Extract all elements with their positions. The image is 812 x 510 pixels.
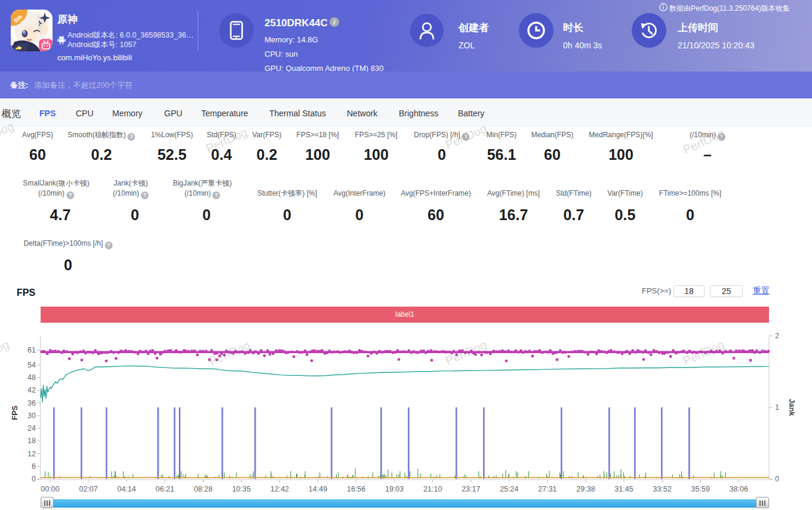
svg-text:23:17: 23:17 [462,485,480,493]
svg-text:33:52: 33:52 [653,485,671,493]
svg-text:00:00: 00:00 [41,485,59,493]
svg-text:30: 30 [27,412,36,420]
svg-text:08:28: 08:28 [194,485,213,493]
svg-text:06:21: 06:21 [156,485,174,493]
svg-text:38:06: 38:06 [730,485,748,493]
svg-text:1: 1 [775,403,779,412]
svg-text:FPS: FPS [11,406,19,420]
svg-text:10:35: 10:35 [232,485,251,493]
svg-text:19:03: 19:03 [385,485,404,493]
svg-text:21:10: 21:10 [423,485,442,493]
svg-text:61: 61 [27,346,36,354]
svg-text:Jank: Jank [788,399,796,416]
svg-text:16:56: 16:56 [347,485,365,493]
svg-text:24: 24 [27,424,36,432]
svg-text:25:24: 25:24 [500,485,518,493]
svg-text:12: 12 [27,450,36,458]
svg-text:04:14: 04:14 [117,485,136,493]
svg-text:54: 54 [27,361,36,369]
svg-text:6: 6 [32,462,36,471]
svg-text:12:42: 12:42 [270,485,289,493]
svg-text:48: 48 [27,373,36,382]
svg-text:36: 36 [27,399,36,407]
svg-text:42: 42 [27,386,36,394]
svg-text:14:49: 14:49 [309,485,327,493]
svg-text:2: 2 [775,332,779,340]
svg-text:29:38: 29:38 [576,485,595,493]
svg-text:35:59: 35:59 [691,485,710,493]
svg-text:02:07: 02:07 [79,485,97,493]
svg-text:0: 0 [775,475,779,483]
svg-text:0: 0 [32,475,36,483]
svg-text:27:31: 27:31 [538,485,556,493]
svg-text:31:45: 31:45 [614,485,633,493]
svg-text:18: 18 [27,437,36,445]
